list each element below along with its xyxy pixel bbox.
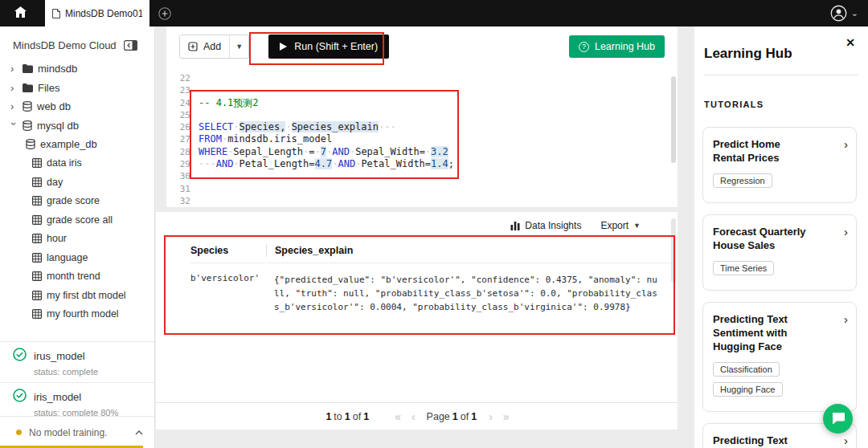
collapse-sidebar-icon[interactable] [124, 40, 137, 51]
chevron-right-icon: › [844, 434, 848, 447]
line-number: 30 [166, 170, 190, 182]
page-indicator: Page1of1 [426, 411, 479, 422]
column-header-species_explain[interactable]: Species_explain [266, 244, 353, 257]
tree-item-label: hour [47, 233, 67, 244]
app-window: MindsDB Demo01... ⌄ MindsDB Demo Cloud ›… [0, 0, 868, 448]
add-dropdown-button[interactable]: ▼ [229, 35, 248, 58]
code-text: SELECT·Species,·Species_explain··· [190, 121, 396, 133]
data-insights-button[interactable]: Data Insights [510, 220, 581, 231]
tutorial-card[interactable]: Predict Home Rental Prices›Regression [702, 127, 857, 203]
sql-editor[interactable]: 222324-- 4.1预测22526SELECT·Species,·Speci… [166, 67, 678, 207]
code-line[interactable]: 22 [166, 72, 678, 84]
table-icon [32, 253, 42, 263]
data-insights-label: Data Insights [525, 220, 581, 231]
tag-badge: Time Series [713, 261, 774, 275]
code-line[interactable]: 27FROM·mindsdb.iris_model [166, 133, 678, 145]
sidebar-item-day[interactable]: ›day [0, 173, 154, 192]
sidebar-item-data-iris[interactable]: ›data iris [0, 154, 154, 173]
new-tab-button[interactable] [158, 7, 171, 20]
table-icon [32, 215, 42, 225]
add-button[interactable]: Add ▼ [179, 35, 249, 59]
learning-hub-button[interactable]: ? Learning Hub [569, 35, 665, 58]
code-text: ···AND·Petal_Length=4.7·AND·Petal_Width=… [190, 158, 454, 170]
sidebar-item-grade-score-all[interactable]: ›grade score all [0, 210, 154, 230]
question-circle-icon: ? [579, 42, 589, 52]
close-icon[interactable]: ✕ [845, 36, 855, 49]
table-cell: {"predicted_value": "b'versicolor'", "co… [266, 273, 661, 314]
status-dot-icon [16, 430, 22, 435]
tree-item-label: my fourth model [47, 308, 119, 320]
tab-title: MindsDB Demo01... [65, 8, 142, 19]
home-button[interactable] [0, 0, 40, 26]
line-number: 31 [166, 183, 190, 195]
learning-hub-button-label: Learning Hub [595, 41, 655, 52]
divider [704, 75, 858, 75]
sidebar-item-hour[interactable]: ›hour [0, 230, 154, 249]
training-status-label: No model training. [29, 427, 107, 438]
tutorial-tags: Regression [713, 173, 837, 193]
run-button-label: Run (Shift + Enter) [294, 41, 378, 52]
tutorial-title: Predict Home Rental Prices [713, 137, 811, 165]
training-status-bar[interactable]: No model training. [0, 416, 154, 448]
first-page-icon[interactable]: « [395, 410, 401, 423]
code-line[interactable]: 31 [166, 183, 678, 195]
tutorial-cards: Predict Home Rental Prices›RegressionFor… [702, 127, 857, 448]
export-label: Export [600, 220, 628, 231]
column-header-species[interactable]: Species [190, 245, 266, 256]
code-line[interactable]: 29···AND·Petal_Length=4.7·AND·Petal_Widt… [166, 158, 678, 170]
chevron-right-icon: › [10, 63, 18, 74]
tutorial-card[interactable]: Forecast Quarterly House Sales›Time Seri… [702, 214, 857, 291]
model-status-item[interactable]: irus_modelstatus: complete [0, 341, 154, 382]
sidebar-item-grade-score[interactable]: ›grade score [0, 192, 154, 211]
previous-page-icon[interactable]: ‹ [411, 410, 416, 423]
sidebar-item-my-fourth-model[interactable]: ›my fourth model [0, 305, 154, 324]
line-number: 22 [166, 72, 190, 84]
sidebar-item-my-first-dbt-model[interactable]: ›my first dbt model [0, 286, 154, 305]
bar-chart-icon [510, 221, 520, 230]
line-number: 28 [166, 146, 190, 158]
sidebar-item-language[interactable]: ›language [0, 248, 154, 267]
database-icon [23, 101, 32, 112]
run-button[interactable]: Run (Shift + Enter) [268, 35, 389, 59]
last-page-icon[interactable]: » [503, 410, 510, 423]
table-icon [32, 309, 42, 319]
model-status-list: irus_modelstatus: completeiris_modelstat… [0, 341, 154, 423]
results-table: SpeciesSpecies_explain b'versicolor'{"pr… [190, 238, 673, 314]
editor-tab[interactable]: MindsDB Demo01... [45, 0, 149, 26]
table-row[interactable]: b'versicolor'{"predicted_value": "b'vers… [190, 263, 673, 314]
code-line[interactable]: 24-- 4.1预测2 [166, 97, 678, 109]
results-body: b'versicolor'{"predicted_value": "b'vers… [190, 263, 673, 314]
code-line[interactable]: 26SELECT·Species,·Species_explain··· [166, 121, 678, 133]
line-number: 24 [166, 97, 190, 109]
folder-icon [23, 83, 33, 92]
code-text: -- 4.1预测2 [190, 97, 259, 109]
sidebar-item-month-trend[interactable]: ›month trend [0, 267, 154, 287]
editor-scrollbar[interactable] [671, 76, 676, 163]
export-button[interactable]: Export ▼ [600, 220, 641, 231]
sidebar-item-web-db[interactable]: ›web db [0, 97, 154, 116]
database-icon [26, 139, 35, 149]
code-text: FROM·mindsdb.iris_model [190, 133, 332, 145]
account-menu[interactable]: ⌄ [830, 5, 868, 22]
learning-hub-title: Learning Hub [704, 46, 868, 62]
code-line[interactable]: 23 [166, 84, 678, 96]
folder-icon [23, 64, 33, 73]
sidebar-item-Files[interactable]: ›Files [0, 79, 154, 98]
sidebar-item-example_db[interactable]: ›example_db [0, 135, 154, 154]
chevron-right-icon: › [10, 83, 18, 93]
tutorial-tags: ClassificationHugging Face [713, 361, 837, 401]
code-line[interactable]: 25 [166, 109, 678, 121]
next-page-icon[interactable]: › [489, 410, 493, 423]
sidebar-item-mindsdb[interactable]: ›mindsdb [0, 59, 154, 79]
code-line[interactable]: 28WHERE·Sepal_Length·=·7·AND·Sepal_Width… [166, 146, 678, 158]
tree-item-label: grade score all [47, 214, 113, 226]
code-line[interactable]: 30 [166, 170, 678, 182]
line-number: 23 [166, 84, 190, 96]
chat-button[interactable] [823, 404, 853, 434]
line-number: 25 [166, 109, 190, 121]
sidebar-item-mysql-db[interactable]: ›mysql db [0, 116, 154, 136]
tutorial-card[interactable]: Predicting Text Sentiment with Hugging F… [702, 302, 857, 412]
chevron-up-icon[interactable] [135, 430, 143, 435]
results-scrollbar[interactable] [671, 218, 676, 283]
code-line[interactable]: 32 [166, 195, 678, 207]
